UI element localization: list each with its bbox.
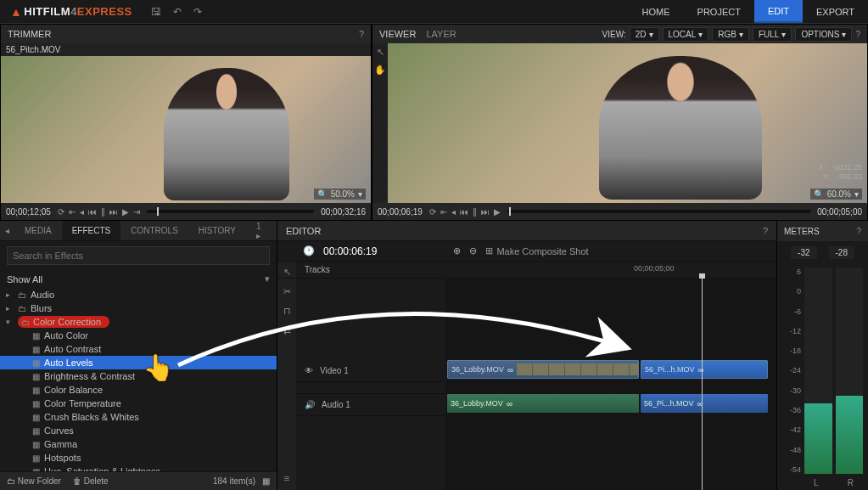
play-icon[interactable]: ▶ bbox=[122, 207, 129, 217]
meter-r-label: R bbox=[848, 478, 854, 487]
viewer-zoom[interactable]: 🔍60.0%▾ bbox=[810, 189, 862, 200]
editor-panel: EDITOR ? 🕐 00:00:06:19 ⊕ ⊖ ⊞Make Composi… bbox=[277, 221, 776, 490]
trimmer-video[interactable]: 🔍50.0%▾ bbox=[1, 56, 371, 203]
folder-color-correction[interactable]: 🗀Color Correction bbox=[0, 315, 277, 329]
timeline-ruler[interactable]: 00;00;05;00 bbox=[447, 262, 776, 278]
audio-clip-2[interactable]: 56_Pi...h.MOV∞ bbox=[641, 394, 768, 413]
nav-export[interactable]: EXPORT bbox=[803, 0, 868, 23]
help-icon[interactable]: ? bbox=[856, 227, 861, 236]
save-icon[interactable]: 🖫 bbox=[151, 6, 161, 18]
editor-tc[interactable]: 00:00:06:19 bbox=[323, 245, 377, 257]
skip-fwd-icon[interactable]: ⏭ bbox=[109, 207, 118, 217]
effect-hotspots[interactable]: ▦Hotspots bbox=[0, 451, 277, 465]
loop-icon[interactable]: ⟳ bbox=[58, 207, 64, 217]
delete-button[interactable]: 🗑 Delete bbox=[73, 476, 109, 486]
effect-color-balance[interactable]: ▦Color Balance bbox=[0, 383, 277, 397]
help-icon[interactable]: ? bbox=[359, 29, 364, 39]
out-bracket-icon[interactable]: ⊖ bbox=[469, 245, 477, 256]
effect-auto-color[interactable]: ▦Auto Color bbox=[0, 329, 277, 342]
effect-hsl[interactable]: ▦Hue, Saturation & Lightness bbox=[0, 465, 277, 471]
rgb-dd[interactable]: RGB▾ bbox=[712, 27, 749, 42]
meter-bar-right bbox=[836, 268, 864, 474]
effect-curves[interactable]: ▦Curves bbox=[0, 424, 277, 437]
local-dd[interactable]: LOCAL▾ bbox=[663, 27, 709, 42]
redo-icon[interactable]: ↷ bbox=[193, 6, 202, 18]
hand-tool-icon[interactable]: ✋ bbox=[374, 65, 386, 76]
view-mode-dd[interactable]: 2D▾ bbox=[630, 27, 659, 42]
viewer-scrub[interactable] bbox=[507, 210, 810, 213]
effect-crush-blacks-whites[interactable]: ▦Crush Blacks & Whites bbox=[0, 410, 277, 424]
meters-title: METERS bbox=[784, 227, 820, 236]
folder-blurs[interactable]: 🗀Blurs bbox=[0, 301, 277, 315]
skip-back-icon[interactable]: ⏮ bbox=[88, 207, 97, 217]
in-icon[interactable]: ⇤ bbox=[440, 207, 447, 217]
nav-edit[interactable]: EDIT bbox=[754, 0, 803, 23]
speaker-icon[interactable]: 🔊 bbox=[305, 400, 315, 409]
pointer-tool-icon[interactable]: ↖ bbox=[377, 47, 384, 58]
help-icon[interactable]: ? bbox=[763, 226, 768, 236]
search-input[interactable] bbox=[7, 246, 270, 265]
undo-icon[interactable]: ↶ bbox=[173, 6, 182, 18]
chevron-down-icon: ▾ bbox=[358, 189, 362, 199]
help-icon[interactable]: ? bbox=[855, 30, 860, 39]
editor-title: EDITOR bbox=[286, 226, 321, 236]
effect-brightness-contrast[interactable]: ▦Brightness & Contrast bbox=[0, 369, 277, 383]
timeline[interactable]: 36_Lobby.MOV∞ ⤨ 56_Pi...h.MOV∞ 36_Lobby.… bbox=[447, 279, 776, 490]
tracks-label: Tracks bbox=[305, 265, 330, 274]
prev-icon[interactable]: ◂ bbox=[451, 207, 456, 217]
editor-tool-sidebar: ↖ ✂ ⊓ ⇄ ≡ bbox=[277, 262, 296, 490]
pause-icon[interactable]: ‖ bbox=[101, 207, 105, 217]
list-icon[interactable]: ≡ bbox=[284, 473, 289, 483]
trimmer-panel: TRIMMER ? 56_Pitch.MOV 🔍50.0%▾ 00;00;12;… bbox=[0, 24, 372, 221]
viewer-tab[interactable]: VIEWER bbox=[379, 29, 416, 39]
out-icon[interactable]: ⇥ bbox=[133, 207, 140, 217]
viewer-video[interactable]: X: -1031.25 Y: -390.83 🔍60.0%▾ bbox=[388, 43, 867, 203]
trimmer-scrub[interactable] bbox=[147, 210, 314, 213]
audio-track-header[interactable]: 🔊Audio 1 bbox=[296, 394, 446, 416]
playhead[interactable] bbox=[702, 279, 703, 490]
effects-footer: 🗀 New Folder 🗑 Delete 184 item(s) ▦ bbox=[0, 471, 277, 490]
effect-color-temperature[interactable]: ▦Color Temperature bbox=[0, 397, 277, 410]
view-mode-icon[interactable]: ▦ bbox=[262, 476, 270, 486]
main-nav: HOME PROJECT EDIT EXPORT bbox=[629, 0, 868, 23]
filter-dropdown[interactable]: Show All ▾ bbox=[0, 270, 277, 288]
video-track-header[interactable]: 👁Video 1 bbox=[296, 360, 446, 382]
nav-home[interactable]: HOME bbox=[629, 0, 684, 23]
audio-clip-1[interactable]: 36_Lobby.MOV∞ bbox=[447, 394, 639, 413]
tab-controls[interactable]: CONTROLS bbox=[120, 221, 188, 240]
effect-auto-contrast[interactable]: ▦Auto Contrast bbox=[0, 342, 277, 356]
tabs-prev-icon[interactable]: ◂ bbox=[0, 226, 14, 235]
folder-audio[interactable]: 🗀Audio bbox=[0, 288, 277, 301]
eye-icon[interactable]: 👁 bbox=[305, 366, 313, 375]
skip-fwd-icon[interactable]: ⏭ bbox=[481, 207, 490, 217]
skip-back-icon[interactable]: ⏮ bbox=[460, 207, 468, 217]
composite-button[interactable]: ⊞Make Composite Shot bbox=[485, 245, 588, 256]
play-icon[interactable]: ▶ bbox=[494, 207, 501, 217]
slice-tool-icon[interactable]: ✂ bbox=[283, 286, 291, 297]
tab-history[interactable]: HISTORY bbox=[188, 221, 246, 240]
flame-icon: ▲ bbox=[10, 5, 22, 19]
layer-tab[interactable]: LAYER bbox=[426, 29, 456, 39]
effect-gamma[interactable]: ▦Gamma bbox=[0, 437, 277, 451]
tab-media[interactable]: MEDIA bbox=[14, 221, 62, 240]
slide-tool-icon[interactable]: ⇄ bbox=[283, 325, 291, 336]
loop-icon[interactable]: ⟳ bbox=[429, 207, 436, 217]
snap-tool-icon[interactable]: ⊓ bbox=[283, 306, 291, 317]
folder-icon: 🗀 bbox=[21, 318, 30, 327]
in-icon[interactable]: ⇤ bbox=[69, 207, 76, 217]
trimmer-zoom[interactable]: 🔍50.0%▾ bbox=[314, 189, 366, 200]
effect-icon: ▦ bbox=[32, 413, 40, 422]
in-bracket-icon[interactable]: ⊕ bbox=[453, 245, 461, 256]
full-dd[interactable]: FULL▾ bbox=[753, 27, 792, 42]
tab-effects[interactable]: EFFECTS bbox=[62, 221, 121, 240]
options-dd[interactable]: OPTIONS▾ bbox=[795, 27, 852, 42]
video-clip-2[interactable]: 56_Pi...h.MOV∞ bbox=[641, 360, 768, 379]
prev-icon[interactable]: ◂ bbox=[80, 207, 84, 217]
nav-project[interactable]: PROJECT bbox=[684, 0, 754, 23]
pause-icon[interactable]: ‖ bbox=[473, 207, 477, 217]
video-clip-1[interactable]: 36_Lobby.MOV∞ ⤨ bbox=[447, 360, 639, 379]
effects-tree: 🗀Audio 🗀Blurs 🗀Color Correction ▦Auto Co… bbox=[0, 288, 277, 471]
effect-auto-levels[interactable]: ▦Auto Levels bbox=[0, 356, 277, 369]
new-folder-button[interactable]: 🗀 New Folder bbox=[7, 476, 61, 486]
tab-extra[interactable]: 1 ▸ bbox=[246, 221, 272, 240]
